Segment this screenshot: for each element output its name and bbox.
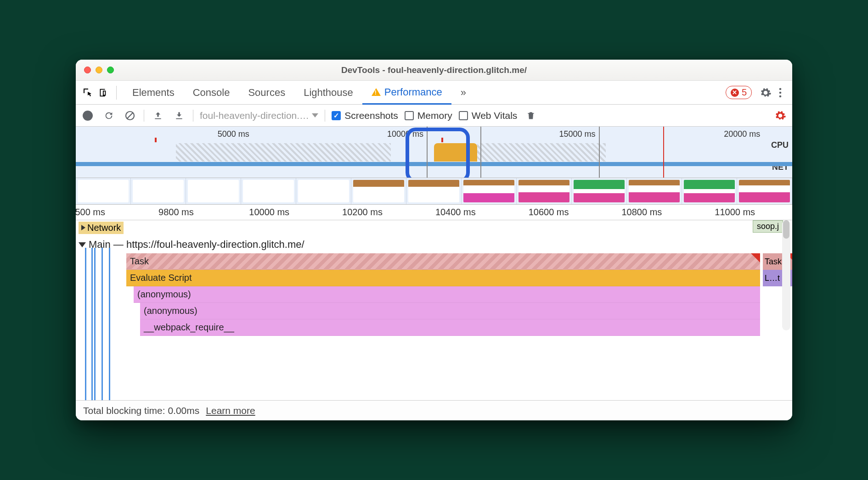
collapse-icon [79,242,86,247]
screenshot-frame[interactable] [241,178,296,204]
record-button[interactable] [80,108,95,123]
flame-webpack-require[interactable]: __webpack_require__ [140,319,760,336]
timeline-overview[interactable]: 5000 ms 10000 ms 15000 ms 20000 ms CPU N… [76,127,792,178]
clear-button[interactable] [123,108,137,123]
titlebar: DevTools - foul-heavenly-direction.glitc… [76,60,792,81]
screenshot-frame[interactable] [627,178,682,204]
checkbox-label: Memory [417,110,452,121]
checkbox-icon [405,111,414,120]
cpu-hatch [176,143,391,162]
tab-label: Lighthouse [304,87,353,99]
net-bar [76,162,792,166]
error-icon: ✕ [731,89,739,97]
link-label: Learn more [206,405,255,416]
memory-checkbox[interactable]: Memory [405,110,452,121]
settings-icon[interactable] [758,85,773,100]
dropdown-label: foul-heavenly-direction.… [200,110,309,121]
tab-console[interactable]: Console [184,81,239,104]
tick-label: 11000 ms [715,207,755,218]
network-resource[interactable]: soop.j [753,220,783,233]
cpu-label: CPU [771,140,789,150]
delete-profile-button[interactable] [524,108,538,123]
screenshot-frame[interactable] [406,178,462,204]
more-options-icon[interactable] [773,85,788,100]
tick-label: 5000 ms [218,129,249,139]
screenshot-frame[interactable] [517,178,572,204]
tab-label: Elements [132,87,175,99]
tick-label: 10000 ms [387,129,423,139]
tab-lighthouse[interactable]: Lighthouse [294,81,362,104]
vline [599,127,600,178]
track-url: https://foul-heavenly-direction.glitch.m… [126,239,304,250]
range-handle[interactable] [427,127,428,178]
error-count-badge[interactable]: ✕ 5 [726,86,752,99]
filmstrip[interactable] [76,178,792,205]
flame-task[interactable]: Task [126,253,760,270]
marker [441,138,443,142]
flame-label: Task [130,256,149,267]
flame-anonymous[interactable]: (anonymous) [140,303,760,319]
error-count: 5 [742,87,747,98]
main-track-header[interactable]: Main — https://foul-heavenly-direction.g… [76,239,792,251]
screenshots-checkbox[interactable]: Screenshots [332,110,398,121]
network-track-header[interactable]: Network soop.j [76,220,792,235]
gutter-bars [76,239,125,400]
marker [155,138,157,142]
tab-sources[interactable]: Sources [239,81,294,104]
screenshot-frame[interactable] [682,178,737,204]
tick-label: 10600 ms [529,207,569,218]
record-icon [83,111,93,121]
performance-toolbar: foul-heavenly-direction.… Screenshots Me… [76,105,792,127]
ruler[interactable]: 500 ms 9800 ms 10000 ms 10200 ms 10400 m… [76,205,792,220]
devtools-window: DevTools - foul-heavenly-direction.glitc… [76,60,792,420]
save-profile-button[interactable] [172,108,186,123]
screenshot-frame[interactable] [351,178,406,204]
profile-dropdown[interactable]: foul-heavenly-direction.… [200,110,318,121]
more-tabs-icon: » [461,87,466,99]
flame-label: __webpack_require__ [144,322,234,333]
capture-settings-icon[interactable] [773,108,788,123]
flame-label: Task [765,257,782,267]
flame-label: Evaluate Script [130,273,192,283]
screenshot-frame[interactable] [462,178,517,204]
inspect-element-icon[interactable] [80,85,95,100]
vline [663,127,664,178]
tick-label: 20000 ms [724,129,760,139]
checkbox-icon [332,111,341,120]
flamechart-panel[interactable]: Network soop.j Main — https://foul-heave… [76,220,792,400]
screenshot-frame[interactable] [296,178,351,204]
warning-icon [372,88,381,96]
flame-anonymous[interactable]: (anonymous) [134,286,760,303]
flame-label: L…t [765,273,780,283]
device-toolbar-icon[interactable] [95,85,110,100]
checkbox-icon [459,111,468,120]
range-handle[interactable] [480,127,481,178]
tabs-overflow[interactable]: » [451,81,475,104]
screenshot-frame[interactable] [186,178,241,204]
screenshot-frame[interactable] [572,178,627,204]
screenshot-frame[interactable] [76,178,131,204]
tick-label: 15000 ms [559,129,595,139]
reload-and-record-button[interactable] [101,108,116,123]
webvitals-checkbox[interactable]: Web Vitals [459,110,518,121]
svg-line-4 [127,113,133,118]
total-blocking-time: Total blocking time: 0.00ms [83,405,199,416]
tab-label: Sources [248,87,285,99]
flame-evaluate-script[interactable]: Evaluate Script [126,270,760,286]
expand-icon [81,225,85,230]
scrollbar-thumb[interactable] [783,220,789,239]
checkbox-label: Web Vitals [472,110,518,121]
learn-more-link[interactable]: Learn more [206,405,255,416]
tick-label: 9800 ms [158,207,194,218]
scrollbar[interactable] [782,220,790,330]
screenshot-frame[interactable] [737,178,792,204]
load-profile-button[interactable] [151,108,165,123]
tick-label: 10000 ms [249,207,289,218]
screenshot-frame[interactable] [131,178,186,204]
tab-performance[interactable]: Performance [362,81,451,105]
cpu-hatch [477,143,606,162]
tab-elements[interactable]: Elements [123,81,184,104]
flame-label: (anonymous) [137,289,191,300]
separator [116,86,117,100]
flame-stack: Task Evaluate Script (anonymous) (anonym… [126,253,760,336]
